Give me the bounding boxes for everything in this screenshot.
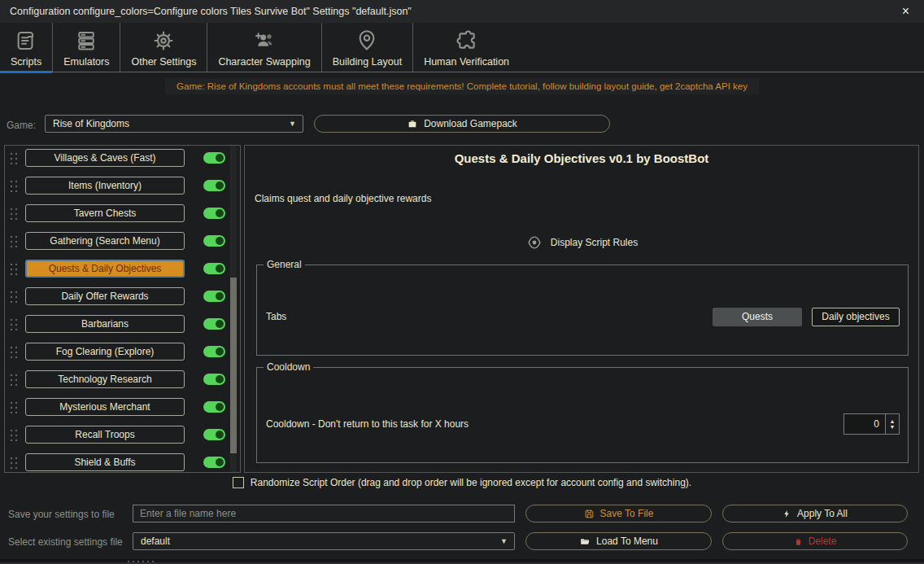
spinner-arrows[interactable]: ▲ ▼: [886, 413, 900, 435]
window-bottom-strip: [0, 559, 924, 564]
chevron-down-icon: ▼: [289, 120, 296, 128]
toggle-knob: [216, 348, 224, 356]
script-toggle[interactable]: [203, 429, 225, 440]
script-button[interactable]: Villages & Caves (Fast): [25, 149, 185, 167]
display-script-rules-label: Display Script Rules: [551, 237, 638, 248]
script-row: Tavern Chests: [5, 204, 240, 222]
spin-down-icon[interactable]: ▼: [890, 424, 896, 430]
script-toggle[interactable]: [203, 291, 225, 302]
scrollbar-thumb[interactable]: [230, 278, 237, 453]
drag-handle-icon[interactable]: [9, 207, 19, 220]
cooldown-group-legend: Cooldown: [264, 361, 313, 373]
drag-handle-icon[interactable]: [9, 317, 19, 330]
apply-to-all-label: Apply To All: [797, 508, 848, 519]
script-toggle[interactable]: [203, 208, 225, 219]
drag-handle-icon[interactable]: [9, 400, 19, 413]
eye-icon: [525, 234, 543, 251]
tab-label: Scripts: [11, 56, 41, 68]
drag-handle-icon[interactable]: [9, 290, 19, 303]
toggle-knob: [216, 237, 224, 245]
resize-grip-icon[interactable]: [126, 560, 154, 563]
script-button[interactable]: Items (Inventory): [25, 177, 185, 195]
cooldown-spinbox: 0 ▲ ▼: [843, 413, 900, 435]
script-row: Daily Offer Rewards: [5, 287, 240, 305]
daily-objectives-tab-button[interactable]: Daily objectives: [812, 308, 900, 326]
add-people-icon: [251, 26, 277, 55]
download-gamepack-button[interactable]: Download Gamepack: [314, 115, 610, 133]
script-button[interactable]: Fog Clearing (Explore): [25, 343, 185, 361]
script-list: Villages & Caves (Fast) Items (Inventory…: [4, 145, 241, 473]
script-toggle[interactable]: [203, 152, 225, 164]
script-button[interactable]: Quests & Daily Objectives: [25, 260, 185, 278]
script-button[interactable]: Mysterious Merchant: [25, 398, 185, 416]
tab-other-settings[interactable]: Other Settings: [120, 23, 207, 72]
toggle-knob: [216, 375, 224, 383]
drag-handle-icon[interactable]: [9, 151, 19, 164]
titlebar: Configuration configure_colors=Configure…: [0, 0, 924, 23]
script-row: Villages & Caves (Fast): [5, 149, 240, 167]
cooldown-value[interactable]: 0: [843, 413, 886, 435]
randomize-row: Randomize Script Order (drag and drop or…: [0, 477, 924, 488]
tab-scripts[interactable]: Scripts: [0, 23, 52, 72]
script-list-scrollbar[interactable]: [230, 146, 237, 472]
save-to-file-button[interactable]: Save To File: [525, 505, 712, 522]
drag-handle-icon[interactable]: [9, 234, 19, 247]
drag-handle-icon[interactable]: [9, 428, 19, 441]
script-button[interactable]: Tavern Chests: [25, 204, 185, 222]
chevron-down-icon: ▼: [500, 537, 508, 545]
toggle-knob: [216, 458, 224, 466]
script-toggle[interactable]: [203, 235, 225, 247]
drag-handle-icon[interactable]: [9, 179, 19, 192]
script-button[interactable]: Daily Offer Rewards: [25, 287, 185, 305]
script-button[interactable]: Gathering (Search Menu): [25, 232, 185, 250]
script-button[interactable]: Shield & Buffs: [25, 453, 185, 471]
quests-tab-button[interactable]: Quests: [713, 308, 802, 326]
script-toggle[interactable]: [203, 346, 225, 357]
tab-building-layout[interactable]: Building Layout: [321, 23, 412, 72]
toggle-knob: [216, 431, 224, 439]
script-button[interactable]: Technology Research: [25, 370, 185, 388]
window-title: Configuration configure_colors=Configure…: [10, 6, 412, 17]
randomize-label: Randomize Script Order (drag and drop or…: [251, 477, 691, 488]
tab-emulators[interactable]: Emulators: [52, 23, 120, 72]
apply-to-all-button[interactable]: Apply To All: [722, 505, 908, 522]
script-button[interactable]: Recall Troops: [25, 426, 185, 444]
drag-handle-icon[interactable]: [9, 262, 19, 275]
tab-character-swapping[interactable]: Character Swapping: [207, 23, 320, 72]
script-toggle[interactable]: [203, 457, 225, 468]
randomize-checkbox[interactable]: [233, 477, 244, 488]
delete-button[interactable]: Delete: [722, 532, 908, 550]
requirements-banner-text: Game: Rise of Kingdoms accounts must all…: [165, 78, 759, 94]
delete-label: Delete: [808, 536, 837, 547]
drag-handle-icon[interactable]: [9, 345, 19, 358]
tab-label: Human Verification: [424, 56, 509, 68]
trash-icon: [794, 536, 803, 547]
lightning-icon: [782, 509, 791, 519]
toggle-knob: [216, 209, 224, 217]
spin-up-icon[interactable]: ▲: [890, 418, 896, 424]
script-description: Claims quest and daily objective rewards: [255, 193, 431, 204]
display-script-rules-button[interactable]: Display Script Rules: [245, 234, 918, 251]
save-settings-label: Save your settings to file: [8, 509, 115, 520]
load-to-menu-button[interactable]: Load To Menu: [525, 532, 712, 550]
close-icon[interactable]: ×: [902, 3, 909, 20]
drag-handle-icon[interactable]: [9, 373, 19, 386]
script-toggle[interactable]: [203, 401, 225, 413]
script-toggle[interactable]: [203, 374, 225, 385]
script-toggle[interactable]: [203, 318, 225, 330]
drag-handle-icon[interactable]: [9, 456, 19, 469]
settings-file-value: default: [141, 536, 170, 547]
script-row: Items (Inventory): [5, 177, 240, 195]
script-row: Shield & Buffs: [5, 453, 240, 471]
settings-file-select[interactable]: default ▼: [133, 532, 515, 550]
script-toggle[interactable]: [203, 180, 225, 191]
tab-human-verification[interactable]: Human Verification: [412, 23, 520, 72]
tabs-setting-label: Tabs: [266, 311, 286, 322]
game-select[interactable]: Rise of Kingdoms ▼: [45, 115, 303, 133]
cooldown-group: Cooldown Cooldown - Don't return to this…: [256, 367, 909, 463]
tab-label: Character Swapping: [218, 56, 310, 68]
script-button[interactable]: Barbarians: [25, 315, 185, 333]
script-toggle[interactable]: [203, 263, 225, 274]
map-pin-icon: [354, 26, 380, 55]
file-name-input[interactable]: [133, 505, 515, 522]
